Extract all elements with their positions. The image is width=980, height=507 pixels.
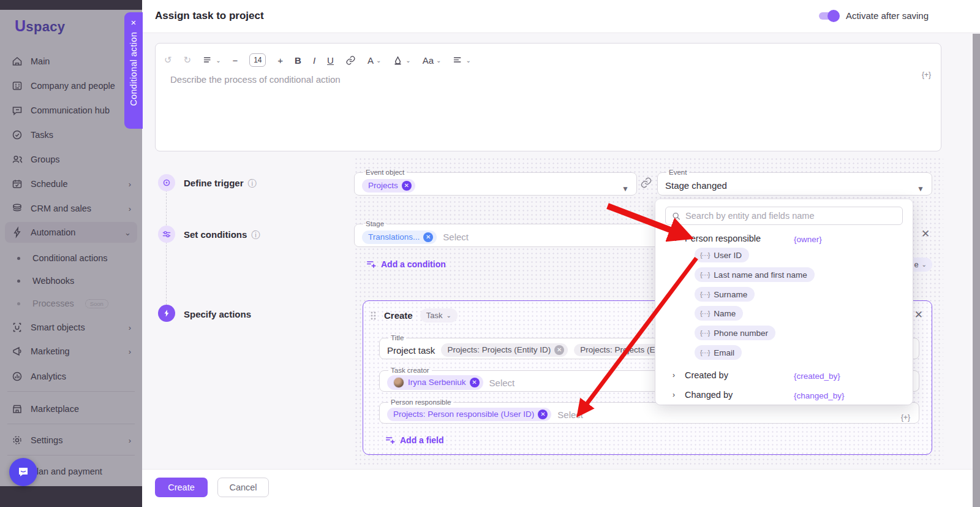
toggle-knob xyxy=(827,10,840,22)
token-icon: {⋯} xyxy=(700,271,709,279)
chevron-down-icon: ⌄ xyxy=(216,57,221,64)
event-object-chip[interactable]: Projects✕ xyxy=(362,179,415,193)
group-label: Changed by xyxy=(685,390,733,400)
scrollbar[interactable] xyxy=(973,34,980,507)
cancel-button[interactable]: Cancel xyxy=(217,478,269,497)
stage-chip[interactable]: Translations...✕ xyxy=(362,231,437,244)
insert-token-button[interactable]: {+} xyxy=(922,71,931,79)
activate-toggle[interactable] xyxy=(819,12,839,20)
chevron-down-icon[interactable]: ▼ xyxy=(917,185,924,193)
person-responsible-label: Person responsible xyxy=(388,398,453,406)
chip-label: Projects xyxy=(368,181,398,190)
chat-fab-button[interactable] xyxy=(9,458,37,486)
add-field-button[interactable]: Add a field xyxy=(385,435,444,445)
chip-remove-icon[interactable]: ✕ xyxy=(538,410,548,419)
field-option-surname[interactable]: {⋯}Surname xyxy=(695,287,755,302)
chip-remove-icon[interactable]: ✕ xyxy=(402,181,412,191)
section-define-trigger: Define triggerⓘ xyxy=(184,178,257,189)
chip-label: Projects: Projects (Entity ID) xyxy=(447,346,551,354)
field-option-phone[interactable]: {⋯}Phone number xyxy=(695,326,775,340)
field-label: Phone number xyxy=(714,329,768,338)
dropdown-search[interactable] xyxy=(665,207,903,225)
highlight-color-button[interactable]: ⌄ xyxy=(393,55,410,66)
text-style-button[interactable]: Aa⌄ xyxy=(423,55,442,66)
event-object-label: Event object xyxy=(363,169,407,176)
field-label: User ID xyxy=(714,251,742,260)
group-token: {created_by} xyxy=(794,372,840,381)
description-editor[interactable]: ↺ ↻ ⌄ − 14 + B I U A⌄ ⌄ Aa⌄ ⌄ Describe t… xyxy=(155,43,941,151)
stage-label: Stage xyxy=(363,220,386,227)
fields-dropdown: ⌄Person responsible {owner} {⋯}User ID {… xyxy=(655,199,913,405)
toggle-label: Activate after saving xyxy=(846,10,929,21)
group-changed-by[interactable]: ›Changed by xyxy=(673,390,733,400)
token-icon: {⋯} xyxy=(700,251,709,259)
section-specify-actions: Specify actions xyxy=(184,309,251,319)
font-size-increase-button[interactable]: + xyxy=(277,55,283,66)
chip-remove-icon[interactable]: ✕ xyxy=(554,345,564,355)
bold-button[interactable]: B xyxy=(295,55,301,66)
close-icon[interactable]: × xyxy=(131,18,137,27)
search-input[interactable] xyxy=(685,211,896,221)
task-creator-chip[interactable]: Iryna Serbeniuk✕ xyxy=(387,375,483,390)
panel-header: Assign task to project Activate after sa… xyxy=(142,0,980,33)
italic-button[interactable]: I xyxy=(313,55,315,66)
event-field[interactable]: Event Stage changed ▼ xyxy=(657,169,932,196)
chip-remove-icon[interactable]: ✕ xyxy=(470,378,480,387)
token-icon: {⋯} xyxy=(700,329,709,337)
chevron-down-icon: ⌄ xyxy=(405,57,410,64)
info-icon[interactable]: ⓘ xyxy=(248,178,257,188)
conditional-action-tab[interactable]: × Conditional action xyxy=(124,12,143,129)
field-option-name[interactable]: {⋯}Name xyxy=(695,306,743,321)
token-icon: {⋯} xyxy=(700,349,709,357)
action-type-select[interactable]: Task⌄ xyxy=(420,308,458,322)
pill-label: e xyxy=(914,260,918,269)
add-condition-button[interactable]: Add a condition xyxy=(366,259,446,269)
group-label: Created by xyxy=(685,370,728,380)
avatar xyxy=(393,377,404,388)
group-token: {changed_by} xyxy=(794,391,845,400)
token-icon: {⋯} xyxy=(700,310,709,318)
person-responsible-chip[interactable]: Projects: Person responsible (User ID)✕ xyxy=(387,408,551,421)
field-label: Last name and first name xyxy=(714,270,807,280)
text-color-button[interactable]: A⌄ xyxy=(368,55,381,66)
event-object-field[interactable]: Event object Projects✕ ▼ xyxy=(354,169,637,196)
chevron-down-icon[interactable]: ▼ xyxy=(622,185,629,193)
group-created-by[interactable]: ›Created by xyxy=(673,370,728,380)
font-size-value[interactable]: 14 xyxy=(249,53,266,67)
field-option-last-first-name[interactable]: {⋯}Last name and first name xyxy=(695,267,815,282)
group-token: {owner} xyxy=(794,235,822,244)
underline-button[interactable]: U xyxy=(327,55,334,66)
title-text: Project task xyxy=(387,345,435,356)
line-spacing-icon[interactable]: ⌄ xyxy=(203,55,221,66)
font-size-decrease-button[interactable]: − xyxy=(233,55,238,66)
insert-token-button[interactable]: {+} xyxy=(901,413,910,422)
undo-icon[interactable]: ↺ xyxy=(164,55,172,66)
field-option-email[interactable]: {⋯}Email xyxy=(695,345,742,360)
link-button[interactable] xyxy=(345,55,356,66)
remove-condition-button[interactable]: ✕ xyxy=(921,227,930,240)
field-option-user-id[interactable]: {⋯}User ID xyxy=(695,248,749,262)
add-field-label: Add a field xyxy=(400,435,444,445)
select-placeholder: Select xyxy=(443,232,469,242)
chevron-right-icon: › xyxy=(673,391,685,399)
chat-bubble-icon xyxy=(17,465,30,479)
create-button[interactable]: Create xyxy=(155,478,208,497)
chevron-down-icon: ⌄ xyxy=(436,57,441,64)
redo-icon[interactable]: ↻ xyxy=(184,55,192,66)
title-token-chip[interactable]: Projects: Projects (Entity ID)✕ xyxy=(441,343,568,357)
chip-label: Iryna Serbeniuk xyxy=(408,378,466,387)
chevron-down-icon: ⌄ xyxy=(376,57,381,64)
step-connector-line xyxy=(166,184,167,314)
drag-handle-icon[interactable] xyxy=(369,311,377,321)
group-person-responsible[interactable]: ⌄Person responsible xyxy=(673,234,761,243)
event-label: Event xyxy=(666,169,689,176)
align-button[interactable]: ⌄ xyxy=(453,55,470,66)
text-style-label: Aa xyxy=(423,55,434,66)
title-label: Title xyxy=(388,334,406,341)
chip-remove-icon[interactable]: ✕ xyxy=(423,232,433,242)
tab-label: Conditional action xyxy=(129,32,138,106)
chevron-right-icon: › xyxy=(673,371,685,379)
remove-action-button[interactable]: ✕ xyxy=(914,308,923,321)
info-icon[interactable]: ⓘ xyxy=(251,230,260,240)
token-icon: {⋯} xyxy=(700,291,709,299)
